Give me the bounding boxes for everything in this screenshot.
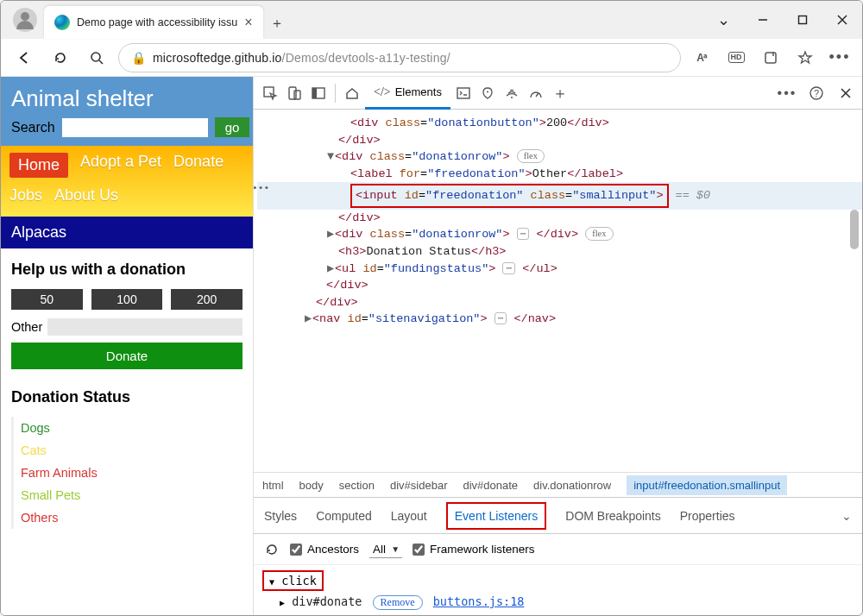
svg-rect-10 xyxy=(294,91,300,99)
listener-click-group[interactable]: ▼ click xyxy=(262,570,324,591)
status-dogs: Dogs xyxy=(21,417,243,439)
back-button[interactable] xyxy=(9,43,39,72)
styles-subtabs: Styles Computed Layout Event Listeners D… xyxy=(254,498,862,534)
subtab-properties[interactable]: Properties xyxy=(680,509,735,523)
status-cats: Cats xyxy=(21,439,243,462)
listener-source-link[interactable]: buttons.js:18 xyxy=(433,594,525,608)
tab-title: Demo page with accessibility issu xyxy=(77,16,237,28)
svg-text:?: ? xyxy=(814,88,819,98)
toolbar: 🔒 microsoftedge.github.io/Demos/devtools… xyxy=(1,39,862,77)
status-heading: Donation Status xyxy=(11,388,243,406)
new-tab-button[interactable]: ＋ xyxy=(263,8,291,39)
svg-rect-12 xyxy=(312,88,317,98)
other-label: Other xyxy=(11,320,42,334)
search-button[interactable] xyxy=(82,43,111,72)
devtools-close-icon[interactable] xyxy=(835,82,857,104)
svg-rect-6 xyxy=(765,53,776,63)
other-input[interactable] xyxy=(47,318,243,336)
subtab-event-listeners[interactable]: Event Listeners xyxy=(446,502,547,530)
nav-donate[interactable]: Donate xyxy=(173,153,224,178)
scrollbar[interactable] xyxy=(848,113,860,467)
framework-checkbox[interactable]: Framework listeners xyxy=(413,543,535,556)
read-aloud-icon[interactable]: Aᵃ xyxy=(688,44,715,72)
tabs-chevron-icon[interactable]: ⌄ xyxy=(703,1,743,39)
inspect-icon[interactable] xyxy=(259,82,281,104)
devtools-more-icon[interactable]: ••• xyxy=(776,82,798,104)
url-text: microsoftedge.github.io/Demos/devtools-a… xyxy=(153,51,450,65)
status-farm: Farm Animals xyxy=(21,462,243,484)
refresh-listeners-icon[interactable] xyxy=(264,542,280,557)
chevron-down-icon[interactable]: ⌄ xyxy=(841,509,852,523)
console-tab-icon[interactable] xyxy=(452,82,475,104)
devtools-tabbar: </> Elements ＋ ••• ? xyxy=(254,77,862,110)
search-label: Search xyxy=(11,120,55,135)
svg-line-5 xyxy=(99,60,103,64)
titlebar: Demo page with accessibility issu × ＋ ⌄ xyxy=(1,1,862,39)
network-tab-icon[interactable] xyxy=(501,82,523,104)
amount-200[interactable]: 200 xyxy=(171,289,243,310)
donate-button[interactable]: Donate xyxy=(11,343,243,369)
devtools: </> Elements ＋ ••• ? ••• <div class="do xyxy=(254,77,862,615)
elements-tab[interactable]: </> Elements xyxy=(365,77,450,110)
status-other: Others xyxy=(21,506,243,529)
more-icon[interactable]: ••• xyxy=(826,44,854,72)
minimize-button[interactable] xyxy=(743,1,783,39)
subtab-dom-breakpoints[interactable]: DOM Breakpoints xyxy=(565,509,660,523)
nav-adopt[interactable]: Adopt a Pet xyxy=(80,153,161,178)
svg-point-14 xyxy=(487,91,488,92)
help-icon[interactable]: ? xyxy=(805,82,828,104)
svg-rect-1 xyxy=(799,16,807,24)
svg-rect-13 xyxy=(457,88,469,98)
ancestors-checkbox[interactable]: Ancestors xyxy=(290,543,359,556)
lock-icon: 🔒 xyxy=(131,51,146,65)
nav-about[interactable]: About Us xyxy=(54,186,118,204)
listener-filter-select[interactable]: All xyxy=(369,541,402,558)
maximize-button[interactable] xyxy=(783,1,822,39)
donate-heading: Help us with a donation xyxy=(11,261,243,279)
welcome-tab-icon[interactable] xyxy=(341,82,363,104)
section-alpacas[interactable]: Alpacas xyxy=(1,217,253,248)
status-list: Dogs Cats Farm Animals Small Pets Others xyxy=(11,417,243,529)
add-tab-icon[interactable]: ＋ xyxy=(549,82,571,104)
collections-icon[interactable] xyxy=(757,44,784,72)
subtab-layout[interactable]: Layout xyxy=(391,509,427,523)
close-tab-icon[interactable]: × xyxy=(244,15,252,30)
svg-rect-9 xyxy=(289,87,296,99)
svg-line-16 xyxy=(536,93,539,97)
dom-breadcrumb[interactable]: html body section div#sidebar div#donate… xyxy=(254,472,862,498)
sources-tab-icon[interactable] xyxy=(476,82,499,104)
hd-badge[interactable]: HD xyxy=(722,44,750,72)
amount-100[interactable]: 100 xyxy=(91,289,163,310)
search-input[interactable] xyxy=(62,118,208,137)
elements-tab-label: Elements xyxy=(395,85,442,98)
profile-icon[interactable] xyxy=(13,8,37,32)
svg-point-4 xyxy=(91,53,100,61)
svg-point-15 xyxy=(511,97,513,98)
status-small: Small Pets xyxy=(21,484,243,506)
amount-50[interactable]: 50 xyxy=(11,289,83,310)
refresh-button[interactable] xyxy=(46,43,75,72)
subtab-styles[interactable]: Styles xyxy=(264,509,297,523)
selected-dom-node[interactable]: <input id="freedonation" class="smallinp… xyxy=(257,182,862,210)
performance-tab-icon[interactable] xyxy=(525,82,547,104)
device-icon[interactable] xyxy=(283,82,306,104)
nav-jobs[interactable]: Jobs xyxy=(9,186,42,204)
remove-listener-button[interactable]: Remove xyxy=(373,595,423,610)
go-button[interactable]: go xyxy=(215,117,250,137)
page-content: Animal shelter Search go Home Adopt a Pe… xyxy=(1,77,254,615)
favorite-icon[interactable] xyxy=(791,44,819,72)
page-title: Animal shelter xyxy=(11,85,243,112)
listener-toolbar: Ancestors All Framework listeners xyxy=(254,534,862,565)
address-bar[interactable]: 🔒 microsoftedge.github.io/Demos/devtools… xyxy=(118,43,681,72)
close-window-button[interactable] xyxy=(822,1,862,39)
overflow-dots-icon[interactable]: ••• xyxy=(254,181,270,195)
dock-icon[interactable] xyxy=(307,82,330,104)
browser-tab[interactable]: Demo page with accessibility issu × xyxy=(44,6,263,39)
nav-home[interactable]: Home xyxy=(9,153,68,178)
listener-entry[interactable]: ▶ div#donate Remove buttons.js:18 xyxy=(262,591,854,610)
svg-rect-8 xyxy=(264,87,274,97)
subtab-computed[interactable]: Computed xyxy=(316,509,372,523)
edge-icon xyxy=(54,15,70,30)
listener-list: ▼ click ▶ div#donate Remove buttons.js:1… xyxy=(254,565,862,615)
dom-tree[interactable]: ••• <div class="donationbutton">200</div… xyxy=(254,110,862,472)
